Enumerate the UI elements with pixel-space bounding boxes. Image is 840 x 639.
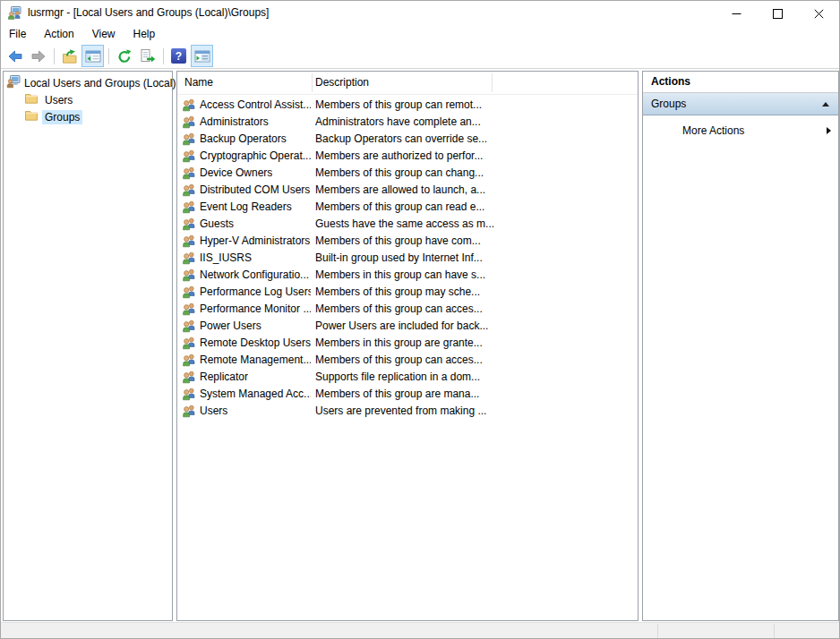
tree-root-local-users-and-groups[interactable]: Local Users and Groups (Local) xyxy=(4,74,172,91)
group-icon xyxy=(182,319,196,333)
group-description: Backup Operators can override se... xyxy=(315,132,487,145)
table-row[interactable]: Remote Desktop Users Members in this gro… xyxy=(177,334,638,351)
table-row[interactable]: Users Users are prevented from making ..… xyxy=(177,402,638,419)
actions-pane: Actions Groups More Actions xyxy=(642,71,839,621)
group-description: Members of this group can acces... xyxy=(315,302,483,315)
menu-file[interactable]: File xyxy=(7,25,35,43)
group-name: Access Control Assist... xyxy=(200,98,311,111)
back-icon xyxy=(7,49,23,64)
show-hide-console-tree-button[interactable] xyxy=(81,45,104,67)
group-icon-slot xyxy=(182,217,196,231)
group-icon xyxy=(182,302,196,316)
group-icon-slot xyxy=(182,268,196,282)
help-button[interactable]: ? xyxy=(167,45,190,67)
column-divider[interactable] xyxy=(312,73,313,92)
collapse-icon[interactable] xyxy=(822,102,829,106)
column-header-name[interactable]: Name xyxy=(184,76,213,89)
group-icon-slot xyxy=(182,98,196,112)
action-pane-icon xyxy=(194,49,210,64)
table-row[interactable]: Performance Log Users Members of this gr… xyxy=(177,283,638,300)
tree-item-label: Users xyxy=(42,93,75,107)
more-actions-item[interactable]: More Actions xyxy=(643,122,838,140)
table-row[interactable]: Event Log Readers Members of this group … xyxy=(177,198,638,215)
window-title: lusrmgr - [Local Users and Groups (Local… xyxy=(28,6,269,19)
menu-action[interactable]: Action xyxy=(42,25,82,43)
table-row[interactable]: IIS_IUSRS Built-in group used by Interne… xyxy=(177,249,638,266)
column-header-description[interactable]: Description xyxy=(315,76,369,89)
group-icon-slot xyxy=(182,200,196,214)
group-description: Users are prevented from making ... xyxy=(315,405,486,417)
export-list-button[interactable] xyxy=(136,45,159,67)
table-row[interactable]: Remote Management... Members of this gro… xyxy=(177,351,638,368)
table-row[interactable]: Network Configuratio... Members in this … xyxy=(177,266,638,283)
actions-section-groups[interactable]: Groups xyxy=(643,93,838,115)
toolbar: ? xyxy=(1,44,839,69)
group-name: Distributed COM Users xyxy=(200,183,310,196)
group-icon-slot xyxy=(182,132,196,146)
refresh-button[interactable] xyxy=(113,45,135,67)
table-row[interactable]: Performance Monitor ... Members of this … xyxy=(177,300,638,317)
group-description: Guests have the same access as m... xyxy=(315,217,494,230)
refresh-icon xyxy=(116,48,133,64)
window-controls xyxy=(716,1,839,26)
table-row[interactable]: Power Users Power Users are included for… xyxy=(177,317,638,334)
show-hide-action-pane-button[interactable] xyxy=(191,45,213,67)
table-row[interactable]: Cryptographic Operat... Members are auth… xyxy=(177,147,638,164)
group-icon xyxy=(182,268,196,282)
table-row[interactable]: Device Owners Members of this group can … xyxy=(177,164,638,181)
up-one-level-button[interactable] xyxy=(58,45,81,67)
group-icon-slot xyxy=(182,183,196,197)
group-icon xyxy=(182,149,196,163)
menu-bar: File Action View Help xyxy=(1,24,839,44)
group-icon xyxy=(182,217,196,231)
menu-view[interactable]: View xyxy=(90,25,124,43)
table-row[interactable]: Replicator Supports file replication in … xyxy=(177,368,638,385)
table-row[interactable]: Backup Operators Backup Operators can ov… xyxy=(177,130,638,147)
close-button[interactable] xyxy=(798,1,839,26)
group-name: Replicator xyxy=(200,371,248,383)
submenu-arrow-icon xyxy=(827,127,831,134)
group-icon-slot xyxy=(182,115,196,129)
group-description: Members of this group can chang... xyxy=(315,166,484,179)
table-row[interactable]: Guests Guests have the same access as m.… xyxy=(177,215,638,232)
group-icon-slot xyxy=(182,387,196,401)
group-name: Power Users xyxy=(200,320,261,332)
group-icon xyxy=(182,353,196,367)
group-icon xyxy=(182,370,196,384)
group-icon xyxy=(182,336,196,350)
tree-item[interactable]: Users xyxy=(4,91,172,108)
group-description: Members are allowed to launch, a... xyxy=(315,183,485,196)
minimize-icon xyxy=(732,9,741,19)
group-description: Members of this group can acces... xyxy=(315,354,483,366)
maximize-button[interactable] xyxy=(757,1,798,26)
group-name: Cryptographic Operat... xyxy=(200,149,311,162)
group-icon xyxy=(182,387,196,401)
table-row[interactable]: Access Control Assist... Members of this… xyxy=(177,96,638,113)
table-row[interactable]: Administrators Administrators have compl… xyxy=(177,113,638,130)
forward-button[interactable] xyxy=(27,45,49,67)
tree-root-label: Local Users and Groups (Local) xyxy=(24,77,176,89)
group-name: IIS_IUSRS xyxy=(200,251,252,264)
maximize-icon xyxy=(773,9,783,19)
group-name: Network Configuratio... xyxy=(200,268,309,281)
group-description: Built-in group used by Internet Inf... xyxy=(315,251,483,264)
group-description: Members in this group are grante... xyxy=(315,337,483,349)
table-row[interactable]: Hyper-V Administrators Members of this g… xyxy=(177,232,638,249)
table-row[interactable]: Distributed COM Users Members are allowe… xyxy=(177,181,638,198)
group-icon xyxy=(182,251,196,265)
group-icon-slot xyxy=(182,302,196,316)
table-row[interactable]: System Managed Acc... Members of this gr… xyxy=(177,385,638,402)
folder-icon xyxy=(24,108,39,123)
menu-help[interactable]: Help xyxy=(132,25,165,43)
group-name: Hyper-V Administrators xyxy=(200,234,310,247)
group-name: Backup Operators xyxy=(200,132,287,145)
group-name: Users xyxy=(200,405,227,417)
tree-item[interactable]: Groups xyxy=(4,108,172,125)
group-icon-slot xyxy=(182,353,196,367)
back-button[interactable] xyxy=(4,45,26,67)
folder-icon-slot xyxy=(24,108,39,125)
minimize-button[interactable] xyxy=(716,1,757,26)
group-icon xyxy=(182,183,196,197)
column-divider[interactable] xyxy=(492,73,493,92)
app-icon[interactable] xyxy=(7,5,21,20)
